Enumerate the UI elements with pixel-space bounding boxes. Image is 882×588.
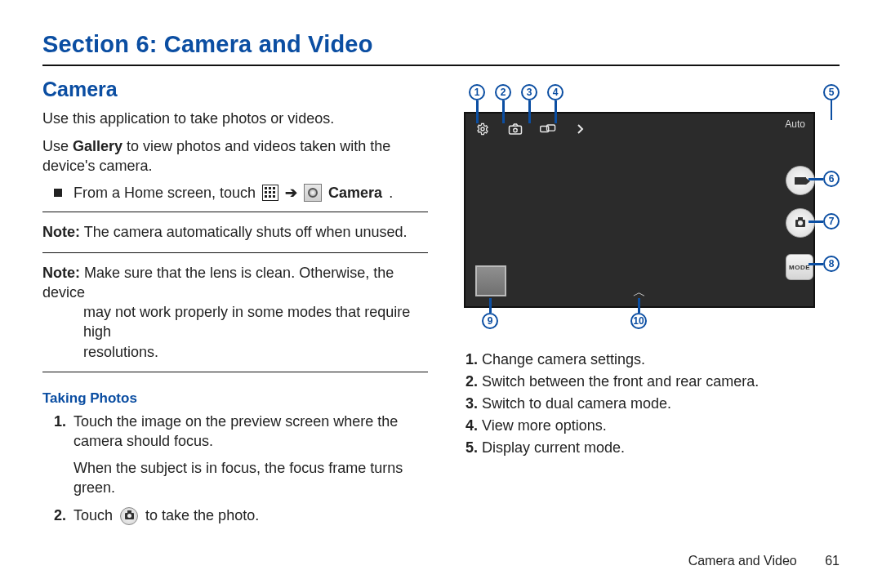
text: may not work properly in some modes that… — [42, 302, 428, 342]
mode-indicator: Auto — [785, 118, 805, 130]
callout-4: 4 — [547, 84, 564, 100]
legend-list: Change camera settings. Switch between t… — [482, 349, 840, 459]
text: . — [389, 185, 393, 202]
text: When the subject is in focus, the focus … — [74, 460, 403, 496]
title-rule — [42, 65, 840, 66]
svg-rect-4 — [269, 191, 271, 194]
step-2: Touch to take the photo. — [70, 506, 428, 525]
svg-rect-0 — [265, 187, 267, 189]
callout-8: 8 — [823, 256, 840, 272]
legend-item-4: View more options. — [482, 415, 840, 437]
switch-camera-icon — [506, 120, 524, 138]
svg-point-9 — [481, 127, 484, 131]
shutter-icon — [120, 507, 138, 525]
subheading-taking-photos: Taking Photos — [42, 390, 428, 407]
svg-rect-5 — [273, 191, 275, 194]
legend-item-2: Switch between the front and rear camera… — [482, 371, 840, 393]
lead-line — [489, 298, 492, 313]
note-autoshutoff: Note: The camera automatically shuts off… — [42, 222, 428, 242]
lead-line — [808, 263, 823, 265]
svg-rect-3 — [265, 191, 267, 194]
arrow-icon: ➔ — [285, 184, 297, 202]
text: resolutions. — [42, 342, 428, 362]
para-intro: Use this application to take photos or v… — [42, 109, 428, 129]
lead-line — [502, 100, 505, 123]
step-1: Touch the image on the preview screen wh… — [70, 412, 428, 497]
take-photo-button — [786, 208, 815, 238]
lead-line — [831, 100, 833, 120]
callout-6: 6 — [823, 171, 840, 187]
record-video-button — [786, 166, 815, 195]
callout-2: 2 — [495, 84, 511, 100]
legend-item-5: Display current mode. — [482, 437, 840, 459]
mode-button: MODE — [786, 254, 813, 280]
footer-page-number: 61 — [825, 554, 840, 568]
text: Touch — [74, 507, 117, 523]
svg-rect-2 — [273, 187, 275, 189]
note-lens: Note: Make sure that the lens is clean. … — [42, 263, 428, 362]
instruction-home: From a Home screen, touch ➔ Camera. — [54, 184, 428, 202]
callout-3: 3 — [521, 84, 537, 100]
divider — [42, 212, 428, 212]
gallery-thumbnail — [475, 265, 506, 296]
lead-line — [476, 100, 479, 123]
lead-line — [808, 178, 823, 180]
lead-line — [638, 298, 640, 313]
text: The camera automatically shuts off when … — [80, 224, 408, 240]
text: Make sure that the lens is clean. Otherw… — [42, 265, 394, 301]
lead-line — [808, 220, 823, 223]
divider — [42, 372, 428, 372]
svg-rect-6 — [265, 195, 267, 198]
apps-grid-icon — [262, 185, 278, 201]
callout-7: 7 — [823, 213, 840, 229]
legend-item-1: Change camera settings. — [482, 349, 840, 371]
steps-list: Touch the image on the preview screen wh… — [70, 412, 428, 525]
svg-rect-7 — [269, 195, 271, 198]
lead-line — [555, 100, 557, 123]
svg-rect-10 — [510, 126, 522, 134]
square-bullet-icon — [54, 189, 62, 197]
heading-camera: Camera — [42, 78, 428, 101]
lead-line — [528, 100, 531, 123]
bold-camera: Camera — [328, 185, 382, 202]
right-column: 1 2 3 4 5 6 7 8 9 — [454, 78, 840, 534]
left-column: Camera Use this application to take phot… — [42, 78, 428, 534]
note-label: Note: — [42, 224, 80, 240]
section-title: Section 6: Camera and Video — [42, 31, 840, 58]
footer-chapter: Camera and Video — [688, 554, 797, 568]
callout-5: 5 — [823, 84, 840, 100]
para-gallery: Use Gallery to view photos and videos ta… — [42, 137, 428, 176]
callout-10: 10 — [630, 313, 647, 329]
page-footer: Camera and Video 61 — [688, 554, 840, 568]
note-label: Note: — [42, 265, 80, 281]
text: Use — [42, 138, 73, 154]
camera-ui-preview: Auto MODE ︿ — [464, 112, 815, 308]
text: Touch the image on the preview screen wh… — [74, 413, 398, 449]
text: to take the photo. — [145, 507, 259, 523]
svg-rect-1 — [269, 187, 271, 189]
camera-app-icon — [304, 184, 322, 202]
bold-gallery: Gallery — [73, 138, 122, 154]
divider — [42, 252, 428, 253]
chevron-right-icon — [572, 120, 590, 138]
camera-diagram: 1 2 3 4 5 6 7 8 9 — [454, 84, 840, 329]
legend-item-3: Switch to dual camera mode. — [482, 393, 840, 415]
svg-rect-8 — [273, 195, 275, 198]
callout-1: 1 — [469, 84, 485, 100]
text: From a Home screen, touch — [74, 185, 256, 202]
callout-9: 9 — [482, 313, 498, 329]
